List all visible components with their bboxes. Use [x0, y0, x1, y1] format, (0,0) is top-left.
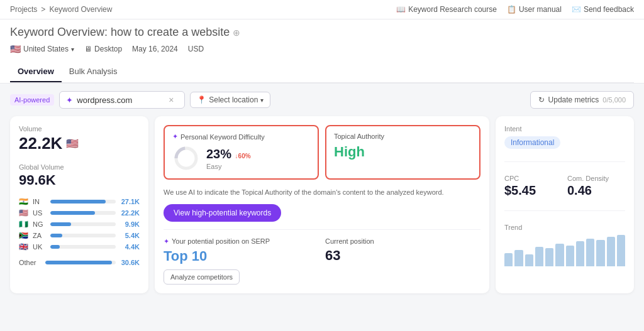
- country-value: 22.2K: [119, 209, 140, 217]
- page-title: Keyword Overview: how to create a websit…: [10, 26, 634, 39]
- location-label: United States: [23, 45, 69, 53]
- ta-value: High: [334, 144, 472, 160]
- desktop-icon: 🖥: [84, 45, 92, 53]
- meta-row: 🇺🇸 United States ▾ 🖥 Desktop May 16, 202…: [10, 44, 634, 59]
- breadcrumb-current: Keyword Overview: [49, 5, 112, 14]
- cpc-metric: CPC $5.45: [504, 175, 562, 198]
- serp-label-text: Your potential position on SERP: [172, 237, 270, 245]
- country-bar-wrap: [50, 222, 116, 226]
- country-value: 9.9K: [119, 220, 140, 228]
- serp-potential: ✦ Your potential position on SERP Top 10…: [164, 237, 319, 285]
- volume-number: 22.2K: [19, 134, 62, 153]
- pkd-label: ✦ Personal Keyword Difficulty: [172, 133, 310, 141]
- course-label: Keyword Research course: [408, 5, 497, 14]
- breadcrumb: Projects > Keyword Overview: [10, 5, 112, 14]
- currency-label: USD: [188, 45, 204, 53]
- trend-bar-item: [525, 254, 533, 266]
- location-dropdown-icon: 📍: [197, 95, 206, 104]
- other-row: Other 30.6K: [19, 259, 140, 266]
- chevron-down-icon: ▾: [260, 97, 264, 104]
- search-bar: AI-powered ✦ × 📍 Select location ▾ ↻ Upd…: [10, 91, 634, 109]
- feedback-link[interactable]: ✉️ Send feedback: [572, 5, 634, 14]
- volume-label: Volume: [19, 125, 140, 133]
- country-bar-wrap: [50, 234, 116, 237]
- trend-section: Trend: [504, 224, 625, 266]
- trend-bar-item: [504, 253, 513, 266]
- location-selector[interactable]: 🇺🇸 United States ▾: [10, 44, 74, 54]
- list-item: 🇺🇸 US 22.2K: [19, 209, 140, 217]
- domain-input[interactable]: [77, 95, 165, 105]
- manual-link[interactable]: 📋 User manual: [507, 5, 562, 14]
- view-high-potential-button[interactable]: View high-potential keywords: [164, 204, 281, 222]
- analysis-card: ✦ Personal Keyword Difficulty 23: [155, 116, 489, 293]
- projects-link[interactable]: Projects: [10, 5, 37, 14]
- trend-bar-item: [545, 248, 553, 266]
- list-item: 🇮🇳 IN 27.1K: [19, 197, 140, 206]
- feedback-icon: ✉️: [572, 5, 581, 14]
- location-dropdown-label: Select location: [209, 95, 258, 104]
- country-code-label: IN: [33, 198, 47, 205]
- page-header: Keyword Overview: how to create a websit…: [0, 19, 644, 84]
- other-label: Other: [19, 259, 42, 266]
- pkd-content: 23% ↓60% Easy: [172, 144, 310, 172]
- density-metric: Com. Density 0.46: [567, 175, 625, 198]
- serp-label: ✦ Your potential position on SERP: [164, 237, 319, 246]
- manual-icon: 📋: [507, 5, 516, 14]
- intent-badge: Informational: [504, 136, 560, 149]
- trend-bar-item: [514, 250, 523, 266]
- trend-bar-item: [576, 241, 584, 266]
- update-metrics-button[interactable]: ↻ Update metrics 0/5,000: [530, 91, 634, 109]
- country-bar-wrap: [50, 211, 116, 215]
- dropdown-icon: ▾: [71, 46, 74, 53]
- tab-bulk-analysis[interactable]: Bulk Analysis: [62, 62, 125, 82]
- analyze-competitors-button[interactable]: Analyze competitors: [164, 269, 240, 285]
- country-bar: [50, 200, 106, 203]
- tabs-row: Overview Bulk Analysis: [10, 62, 634, 83]
- country-bar-wrap: [50, 200, 116, 203]
- volume-section: Volume 22.2K 🇺🇸: [19, 125, 140, 153]
- serp-value: Top 10: [164, 248, 319, 264]
- trend-bar-item: [596, 240, 604, 266]
- cards-grid: Volume 22.2K 🇺🇸 Global Volume 99.6K 🇮🇳 I…: [10, 116, 634, 293]
- feedback-label: Send feedback: [584, 5, 634, 14]
- list-item: 🇿🇦 ZA 5.4K: [19, 231, 140, 240]
- date-label: May 16, 2024: [132, 45, 178, 53]
- pkd-percent-value: 23% ↓60%: [206, 147, 251, 161]
- density-value: 0.46: [567, 183, 625, 198]
- country-value: 27.1K: [119, 198, 140, 205]
- volume-card: Volume 22.2K 🇺🇸 Global Volume 99.6K 🇮🇳 I…: [10, 116, 148, 293]
- top-boxes: ✦ Personal Keyword Difficulty 23: [164, 125, 480, 180]
- country-bar: [50, 245, 60, 249]
- list-item: 🇳🇬 NG 9.9K: [19, 220, 140, 229]
- trend-bars: [504, 235, 625, 266]
- divider: [504, 161, 625, 162]
- global-volume-value: 99.6K: [19, 172, 140, 188]
- current-pos-value: 63: [325, 247, 480, 264]
- topical-authority-box: Topical Authority High: [325, 125, 480, 180]
- divider2: [504, 210, 625, 211]
- pkd-box: ✦ Personal Keyword Difficulty 23: [164, 125, 319, 180]
- list-item: 🇬🇧 UK 4.4K: [19, 242, 140, 251]
- other-bar: [45, 261, 112, 264]
- clear-icon[interactable]: ×: [169, 95, 174, 105]
- density-label: Com. Density: [567, 175, 625, 182]
- manual-label: User manual: [519, 5, 562, 14]
- device-selector[interactable]: 🖥 Desktop: [84, 45, 122, 53]
- add-keyword-button[interactable]: ⊕: [233, 28, 240, 38]
- country-code-label: NG: [33, 220, 47, 228]
- trend-label: Trend: [504, 224, 625, 231]
- volume-value: 22.2K 🇺🇸: [19, 134, 140, 153]
- trend-bar-item: [607, 237, 615, 266]
- tab-overview[interactable]: Overview: [10, 62, 62, 82]
- country-code-label: US: [33, 209, 47, 217]
- location-dropdown[interactable]: 📍 Select location ▾: [190, 92, 270, 108]
- metrics-row: CPC $5.45 Com. Density 0.46: [504, 175, 625, 198]
- pkd-label-text: Personal Keyword Difficulty: [180, 133, 265, 141]
- ai-badge: AI-powered: [10, 94, 54, 106]
- serp-section: ✦ Your potential position on SERP Top 10…: [164, 229, 480, 285]
- main-content: AI-powered ✦ × 📍 Select location ▾ ↻ Upd…: [0, 84, 644, 301]
- course-link[interactable]: 📖 Keyword Research course: [396, 5, 497, 14]
- cpc-value: $5.45: [504, 183, 562, 198]
- pkd-text: 23% ↓60% Easy: [206, 147, 251, 170]
- search-input-wrap[interactable]: ✦ ×: [59, 91, 185, 109]
